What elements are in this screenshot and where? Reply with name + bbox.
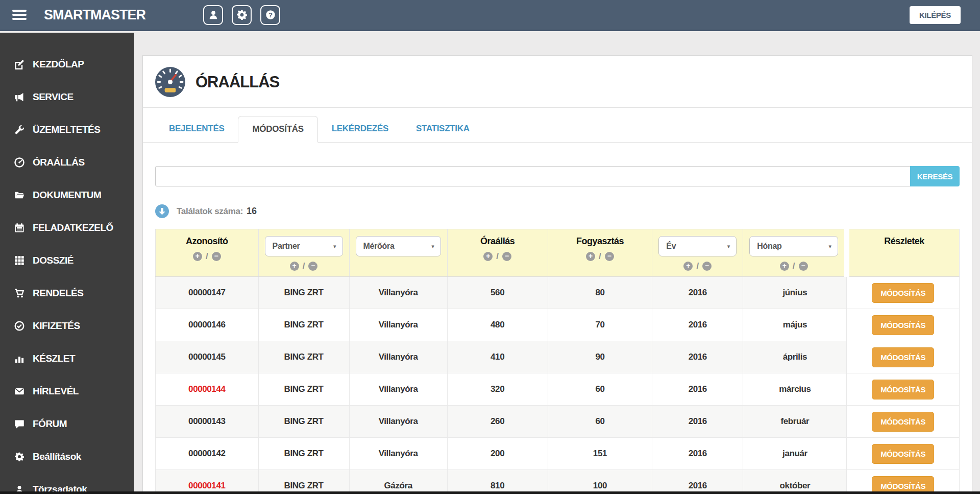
cell-month: május xyxy=(743,309,847,341)
sidebar-item-label: KIFIZETÉS xyxy=(33,320,80,332)
table-row: 00000145 BING ZRT Villanyóra 410 90 2016… xyxy=(156,341,960,373)
sidebar-item-forum[interactable]: FÓRUM xyxy=(0,408,134,440)
cell-month: április xyxy=(743,341,847,373)
cell-meter: Villanyóra xyxy=(349,406,447,438)
modify-button[interactable]: MÓDOSÍTÁS xyxy=(872,412,934,432)
sidebar-item-feladatkezelo[interactable]: FELADATKEZELŐ xyxy=(0,211,134,244)
sidebar-item-torzsadatok[interactable]: Törzsadatok xyxy=(0,473,134,494)
sidebar: KEZDŐLAP SERVICE ÜZEMELTETÉS ÓRAÁLLÁS DO… xyxy=(0,33,134,494)
sort-ascending-icon[interactable]: + xyxy=(193,252,202,261)
window-bottom-edge xyxy=(0,491,980,494)
cell-id: 00000141 xyxy=(156,470,259,494)
modify-button[interactable]: MÓDOSÍTÁS xyxy=(872,380,934,399)
tab-bejelentes[interactable]: BEJELENTÉS xyxy=(155,116,238,142)
cell-month: február xyxy=(743,406,847,438)
envelope-icon xyxy=(14,386,25,396)
cell-consumption: 100 xyxy=(548,470,652,494)
sidebar-item-kezdolap[interactable]: KEZDŐLAP xyxy=(0,48,134,81)
sidebar-item-uzemeltetes[interactable]: ÜZEMELTETÉS xyxy=(0,113,134,146)
search-button[interactable]: KERESÉS xyxy=(910,166,960,186)
table-header-row: Azonosító + / − Partner ▾ xyxy=(156,229,960,277)
cell-month: január xyxy=(743,438,847,470)
collapse-arrow-icon[interactable] xyxy=(155,204,169,218)
sidebar-item-label: KEZDŐLAP xyxy=(33,59,84,70)
chevron-down-icon: ▾ xyxy=(727,243,730,250)
table-row: 00000141 BING ZRT Gázóra 810 100 2016 ok… xyxy=(156,470,960,494)
app-brand: SMARTMASTER xyxy=(44,7,145,23)
content-card: ÓRAÁLLÁS BEJELENTÉS MÓDOSÍTÁS LEKÉRDEZÉS… xyxy=(142,55,972,494)
sidebar-item-dokumentum[interactable]: DOKUMENTUM xyxy=(0,179,134,211)
chevron-down-icon: ▾ xyxy=(828,243,831,250)
tab-statisztika[interactable]: STATISZTIKA xyxy=(402,116,483,142)
modify-button[interactable]: MÓDOSÍTÁS xyxy=(872,315,934,335)
cell-id: 00000144 xyxy=(156,373,259,406)
cell-consumption: 90 xyxy=(548,341,652,373)
tab-lekerdezes[interactable]: LEKÉRDEZÉS xyxy=(318,116,402,142)
cell-meter: Villanyóra xyxy=(349,373,447,406)
sort-descending-icon[interactable]: − xyxy=(702,262,712,271)
meter-filter-select[interactable]: Mérőóra ▾ xyxy=(356,236,441,256)
chevron-down-icon: ▾ xyxy=(431,243,434,250)
sidebar-item-label: KÉSZLET xyxy=(33,353,75,364)
logout-button[interactable]: KILÉPÉS xyxy=(910,6,961,24)
sort-descending-icon[interactable]: − xyxy=(212,252,221,261)
sort-descending-icon[interactable]: − xyxy=(605,252,614,261)
sidebar-item-service[interactable]: SERVICE xyxy=(0,81,134,113)
table-row: 00000142 BING ZRT Villanyóra 200 151 201… xyxy=(156,438,960,470)
cell-reading: 480 xyxy=(447,309,548,341)
cell-reading: 200 xyxy=(447,438,548,470)
hamburger-menu-icon[interactable] xyxy=(12,10,27,20)
sidebar-item-keszlet[interactable]: KÉSZLET xyxy=(0,342,134,375)
bar-chart-icon xyxy=(14,354,25,364)
cell-reading: 560 xyxy=(447,277,548,309)
sort-ascending-icon[interactable]: + xyxy=(780,262,789,271)
sort-descending-icon[interactable]: − xyxy=(308,262,317,271)
sort-ascending-icon[interactable]: + xyxy=(483,252,493,261)
cell-partner: BING ZRT xyxy=(258,277,349,309)
sidebar-item-label: DOSSZIÉ xyxy=(33,255,74,266)
readings-table: Azonosító + / − Partner ▾ xyxy=(155,229,960,494)
sidebar-item-hirlevel[interactable]: HÍRLEVÉL xyxy=(0,375,134,408)
modify-button[interactable]: MÓDOSÍTÁS xyxy=(872,283,934,303)
profile-button[interactable] xyxy=(203,5,223,25)
shopping-cart-icon xyxy=(14,288,25,298)
sidebar-item-label: RENDELÉS xyxy=(33,288,83,299)
cell-id: 00000143 xyxy=(156,406,259,438)
chevron-down-icon: ▾ xyxy=(333,243,336,250)
cell-partner: BING ZRT xyxy=(258,438,349,470)
sidebar-item-rendeles[interactable]: RENDELÉS xyxy=(0,277,134,310)
column-header-fogyasztas: Fogyasztás + / − xyxy=(548,229,652,277)
cell-meter: Villanyóra xyxy=(349,277,447,309)
sort-descending-icon[interactable]: − xyxy=(502,252,511,261)
modify-button[interactable]: MÓDOSÍTÁS xyxy=(872,347,934,367)
sidebar-item-kifizetes[interactable]: KIFIZETÉS xyxy=(0,310,134,342)
sort-ascending-icon[interactable]: + xyxy=(586,252,595,261)
partner-filter-select[interactable]: Partner ▾ xyxy=(265,236,343,256)
main-content: ÓRAÁLLÁS BEJELENTÉS MÓDOSÍTÁS LEKÉRDEZÉS… xyxy=(134,33,980,494)
table-row: 00000144 BING ZRT Villanyóra 320 60 2016… xyxy=(156,373,960,406)
cell-year: 2016 xyxy=(652,341,743,373)
table-row: 00000147 BING ZRT Villanyóra 560 80 2016… xyxy=(156,277,960,309)
year-filter-select[interactable]: Év ▾ xyxy=(658,236,737,256)
modify-button[interactable]: MÓDOSÍTÁS xyxy=(872,444,934,464)
help-button[interactable]: ? xyxy=(260,5,280,25)
sort-ascending-icon[interactable]: + xyxy=(290,262,299,271)
edit-icon xyxy=(14,59,25,69)
month-filter-select[interactable]: Hónap ▾ xyxy=(749,236,838,256)
sidebar-item-oraallas[interactable]: ÓRAÁLLÁS xyxy=(0,146,134,179)
sidebar-item-dosszie[interactable]: DOSSZIÉ xyxy=(0,244,134,277)
cell-partner: BING ZRT xyxy=(258,470,349,494)
topbar-icon-group: ? xyxy=(203,5,280,25)
sort-ascending-icon[interactable]: + xyxy=(683,262,693,271)
sidebar-item-label: ÓRAÁLLÁS xyxy=(33,157,85,168)
search-input[interactable] xyxy=(155,166,910,186)
tab-content: KERESÉS Találatok száma: 16 xyxy=(143,166,972,494)
cell-year: 2016 xyxy=(652,277,743,309)
settings-button[interactable] xyxy=(232,5,252,25)
sort-descending-icon[interactable]: − xyxy=(799,262,808,271)
sidebar-item-label: HÍRLEVÉL xyxy=(33,386,79,397)
tab-modositas[interactable]: MÓDOSÍTÁS xyxy=(238,116,317,143)
sidebar-item-beallitasok[interactable]: Beállítások xyxy=(0,440,134,473)
column-header-partner: Partner ▾ + / − xyxy=(258,229,349,277)
column-header-meroora: Mérőóra ▾ xyxy=(349,229,447,277)
